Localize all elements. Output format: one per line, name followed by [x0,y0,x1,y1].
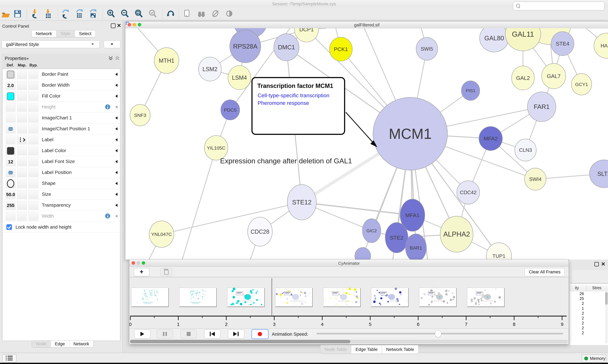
node-cdc28[interactable]: CDC28 [248,217,272,246]
property-def-cell[interactable] [6,179,15,188]
node-ynl047c[interactable]: YNL047C [149,221,174,247]
node-gal7[interactable]: GAL7 [542,64,566,89]
table-row[interactable]: 2 [570,326,585,331]
annotation-link[interactable]: Cell-type-specific transcription [258,92,330,99]
export-image-icon[interactable] [88,9,97,19]
property-byp-cell[interactable] [28,125,38,133]
pause-button[interactable] [157,329,173,338]
hide-selected-icon[interactable] [211,9,220,19]
property-byp-cell[interactable] [28,81,38,90]
frame-thumbnail-5[interactable] [371,288,408,307]
property-def-cell[interactable]: 50.0 [6,190,15,199]
collapse-arrow-icon[interactable] [115,215,117,218]
column-header-centrality[interactable]: ity [570,286,579,290]
table-row[interactable]: 25 [570,296,585,301]
frame-thumbnail-3[interactable] [275,288,312,307]
node-far1[interactable]: FAR1 [527,92,556,122]
collapse-arrow-icon[interactable] [115,204,117,207]
export-network-icon[interactable] [61,9,70,19]
node-alpha2[interactable]: ALPHA2 [440,216,473,252]
collapse-arrow-icon[interactable] [115,84,117,87]
node-cln3[interactable]: CLN3 [515,139,536,161]
collapse-arrow-icon[interactable] [115,116,117,119]
speed-slider-knob[interactable] [435,330,441,337]
network-window-titlebar[interactable]: galFiltered.sif [125,22,608,28]
tab-select[interactable]: Select [75,30,96,37]
node-bar1[interactable]: BAR1 [405,234,426,260]
task-history-button[interactable] [2,354,16,363]
tab-edge-table[interactable]: Edge Table [351,345,382,353]
collapse-arrow-icon[interactable] [115,193,117,196]
property-def-cell[interactable]: 255 [6,201,15,210]
property-row[interactable]: 2.0Border Width [2,80,120,91]
node-gcy1[interactable]: GCY1 [571,74,592,95]
search-input[interactable] [513,1,605,11]
property-row[interactable]: Border Paint [2,69,120,80]
node-ste12[interactable]: STE12 [287,184,316,220]
stop-button[interactable] [180,329,197,338]
import-table-icon[interactable] [43,9,53,19]
tab-network[interactable]: Network [32,30,56,37]
node-swi5[interactable]: SWI5 [416,38,438,60]
open-session-icon[interactable] [1,9,11,19]
property-map-cell[interactable] [17,135,27,144]
refresh-view-icon[interactable] [166,9,175,19]
property-def-cell[interactable] [6,146,15,155]
property-map-cell[interactable] [17,92,27,101]
delete-frame-button[interactable] [160,268,172,276]
property-map-cell[interactable] [17,81,27,90]
zoom-out-icon[interactable] [120,9,129,19]
style-selector[interactable]: galFiltered Style [1,40,100,48]
collapse-all-icon[interactable] [115,56,120,61]
property-def-cell[interactable] [6,168,15,177]
property-map-cell[interactable] [17,114,27,123]
clear-all-frames-button[interactable]: Clear All Frames [525,268,565,276]
property-map-cell[interactable] [17,201,27,210]
property-byp-cell[interactable] [28,92,38,101]
property-byp-cell[interactable] [28,135,38,144]
tab-network-style[interactable]: Network [69,341,93,347]
property-byp-cell[interactable] [28,179,38,188]
property-row[interactable]: Fill Color [2,91,120,102]
property-row[interactable]: Label [2,134,120,145]
play-button[interactable] [134,329,151,338]
property-map-cell[interactable] [17,179,27,188]
node-cdc42[interactable]: CDC42 [457,181,480,204]
frame-thumbnail-2[interactable] [227,288,264,307]
node-ste2[interactable]: STE2 [385,222,408,253]
skip-to-end-button[interactable] [228,329,244,338]
frame-thumbnail-6[interactable] [419,288,456,307]
frame-thumbnail-0[interactable] [131,288,168,307]
node-dmc1[interactable]: DMC1 [274,34,299,61]
frame-thumbnail-7[interactable] [467,288,504,307]
property-byp-cell[interactable] [28,212,38,221]
collapse-arrow-icon[interactable] [115,105,117,109]
property-map-cell[interactable] [17,190,27,199]
property-def-cell[interactable]: 12 [6,157,15,166]
property-def-cell[interactable] [6,125,15,133]
node-smallp[interactable] [355,247,371,260]
close-panel-icon[interactable] [117,23,121,27]
tab-node[interactable]: Node [32,341,51,347]
property-byp-cell[interactable] [28,157,38,166]
tab-edge[interactable]: Edge [51,341,69,347]
node-mfa2[interactable]: MFA2 [479,127,502,151]
zoom-fit-icon[interactable] [134,9,143,19]
search-network-icon[interactable] [197,9,206,19]
node-yil105c[interactable]: YIL105C [204,135,228,160]
node-gal2[interactable]: GAL2 [511,66,534,90]
node-tup1[interactable]: TUP1 [486,243,511,260]
table-row[interactable]: 2 [570,311,585,316]
property-row[interactable]: 12Label Font Size [2,156,120,167]
column-divider[interactable] [586,286,587,291]
property-row[interactable]: 50.0Size [2,189,120,200]
property-map-cell[interactable] [17,212,27,221]
node-gic2[interactable]: GIC2 [362,219,381,243]
property-def-cell[interactable] [6,212,15,221]
collapse-arrow-icon[interactable] [115,95,117,98]
property-def-cell[interactable] [6,114,15,123]
annotation-box[interactable]: Transcription factor MCM1 Cell-type-spec… [251,77,345,135]
table-row[interactable]: 2 [570,331,585,336]
tab-node-table[interactable]: Node Table [320,345,351,353]
property-def-cell[interactable] [6,92,15,101]
